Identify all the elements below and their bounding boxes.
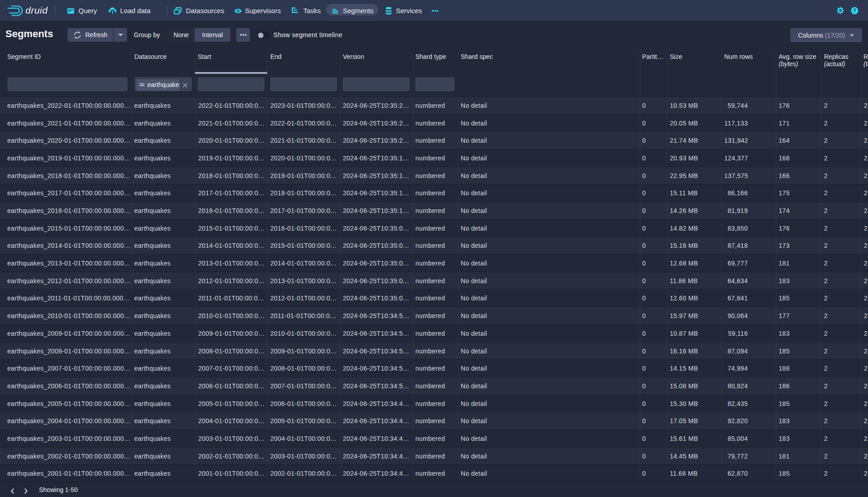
svg-text:?: ? (853, 8, 856, 13)
